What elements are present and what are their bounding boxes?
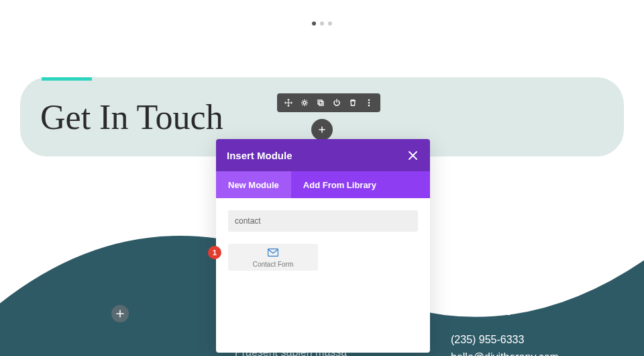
mail-icon xyxy=(268,247,278,259)
add-module-button[interactable] xyxy=(311,119,333,140)
move-icon[interactable] xyxy=(284,98,293,107)
svg-rect-2 xyxy=(319,101,323,105)
dot-1[interactable] xyxy=(312,21,316,26)
trash-icon[interactable] xyxy=(348,98,358,107)
add-section-button[interactable] xyxy=(111,305,129,322)
tab-new-module[interactable]: New Module xyxy=(216,171,291,198)
modal-body: Contact Form xyxy=(216,198,430,353)
pagination-dots[interactable] xyxy=(312,21,332,26)
svg-point-5 xyxy=(368,105,370,107)
module-toolbar xyxy=(277,93,380,112)
duplicate-icon[interactable] xyxy=(316,98,325,107)
banner-accent xyxy=(42,77,92,81)
gear-icon[interactable] xyxy=(300,98,309,107)
module-item-label: Contact Form xyxy=(253,261,294,268)
dot-2[interactable] xyxy=(320,21,324,26)
modal-tabs: New Module Add From Library xyxy=(216,171,430,198)
dot-3[interactable] xyxy=(328,21,332,26)
contact-section: Contact (235) 955-6333 hello@divitherapy… xyxy=(451,300,559,356)
modal-header: Insert Module xyxy=(216,139,430,171)
search-input[interactable] xyxy=(228,210,418,232)
svg-rect-1 xyxy=(318,100,322,104)
insert-module-modal: Insert Module New Module Add From Librar… xyxy=(216,139,430,353)
more-icon[interactable] xyxy=(364,98,374,107)
plus-icon xyxy=(116,310,124,318)
svg-point-3 xyxy=(368,99,370,101)
svg-point-0 xyxy=(303,101,306,104)
svg-point-4 xyxy=(368,102,370,104)
contact-phone: (235) 955-6333 xyxy=(451,331,559,349)
banner-title: Get In Touch xyxy=(40,97,223,137)
power-icon[interactable] xyxy=(332,98,341,107)
contact-heading: Contact xyxy=(451,300,559,319)
contact-email: hello@divitherapy.com xyxy=(451,349,559,356)
modal-title: Insert Module xyxy=(227,150,292,161)
callout-badge: 1 xyxy=(208,246,221,259)
module-item-contact-form[interactable]: Contact Form xyxy=(228,244,318,271)
plus-icon xyxy=(318,126,326,134)
close-icon[interactable] xyxy=(406,148,419,162)
tab-add-from-library[interactable]: Add From Library xyxy=(291,171,388,198)
